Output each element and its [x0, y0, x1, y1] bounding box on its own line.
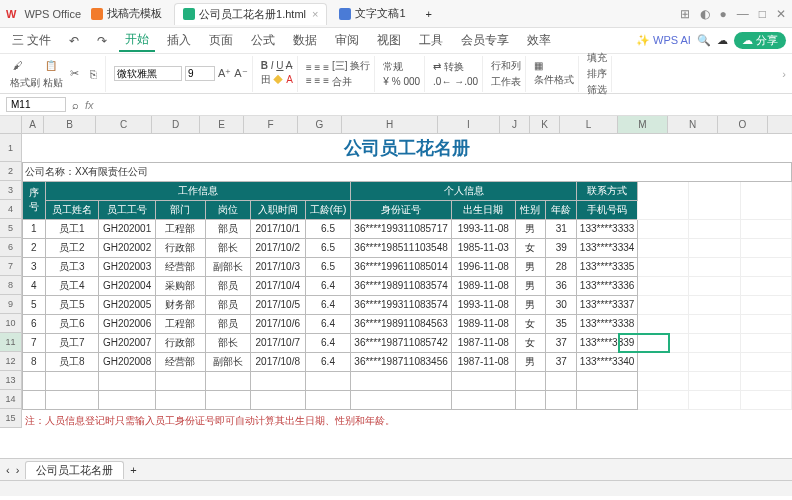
cell[interactable]: [98, 371, 155, 390]
cell[interactable]: GH202001: [98, 219, 155, 238]
cell[interactable]: GH202008: [98, 352, 155, 371]
cell[interactable]: 37: [546, 333, 577, 352]
sort-button[interactable]: 排序: [587, 67, 607, 81]
cell[interactable]: [250, 371, 305, 390]
cell[interactable]: [638, 371, 689, 390]
cell[interactable]: 2017/10/7: [250, 333, 305, 352]
cell[interactable]: 1989-11-08: [452, 276, 516, 295]
search-mini-icon[interactable]: ⌕: [72, 99, 79, 111]
cell[interactable]: 133****3333: [577, 219, 638, 238]
strike-icon[interactable]: A: [286, 60, 293, 71]
cell[interactable]: 经营部: [156, 257, 205, 276]
italic-icon[interactable]: I: [271, 60, 274, 71]
menu-member[interactable]: 会员专享: [455, 30, 515, 51]
cell[interactable]: 工程部: [156, 219, 205, 238]
cell[interactable]: 36****198911083574: [351, 276, 452, 295]
cell[interactable]: 行政部: [156, 238, 205, 257]
underline-icon[interactable]: U: [276, 60, 283, 71]
cell[interactable]: 男: [515, 352, 546, 371]
cell[interactable]: 员工2: [45, 238, 98, 257]
row-header-14[interactable]: 14: [0, 390, 22, 409]
cell[interactable]: 2017/10/2: [250, 238, 305, 257]
merge-cells[interactable]: 合并: [332, 75, 352, 89]
cell[interactable]: [638, 390, 689, 409]
cell[interactable]: 133****3334: [577, 238, 638, 257]
increase-decimal-icon[interactable]: →.00: [454, 76, 478, 87]
cell[interactable]: [452, 390, 516, 409]
row-header-9[interactable]: 9: [0, 295, 22, 314]
col-header-D[interactable]: D: [152, 116, 200, 133]
cell[interactable]: [45, 390, 98, 409]
cell[interactable]: [577, 371, 638, 390]
maximize-icon[interactable]: □: [759, 7, 766, 21]
cell[interactable]: 2017/10/3: [250, 257, 305, 276]
cell[interactable]: 1: [23, 219, 46, 238]
align-right-icon[interactable]: ≡: [323, 75, 329, 86]
cell[interactable]: [156, 390, 205, 409]
cell[interactable]: [689, 390, 740, 409]
file-menu[interactable]: 三 文件: [6, 30, 57, 51]
ribbon-expand-icon[interactable]: ›: [782, 68, 786, 80]
menu-page[interactable]: 页面: [203, 30, 239, 51]
cell[interactable]: 员工7: [45, 333, 98, 352]
cell[interactable]: [546, 371, 577, 390]
cell[interactable]: 6.5: [305, 257, 350, 276]
cell[interactable]: 副部长: [205, 257, 250, 276]
cell[interactable]: [740, 390, 791, 409]
cell[interactable]: 1996-11-08: [452, 257, 516, 276]
copy-icon[interactable]: ⎘: [85, 66, 101, 82]
cut-icon[interactable]: ✂: [66, 66, 82, 82]
col-header-O[interactable]: O: [718, 116, 768, 133]
cell[interactable]: 133****3340: [577, 352, 638, 371]
menu-review[interactable]: 审阅: [329, 30, 365, 51]
col-header-L[interactable]: L: [560, 116, 618, 133]
font-color-icon[interactable]: A: [286, 74, 293, 85]
row-header-7[interactable]: 7: [0, 257, 22, 276]
cell[interactable]: 36****199311083574: [351, 295, 452, 314]
cell[interactable]: 员工5: [45, 295, 98, 314]
col-header-H[interactable]: H: [342, 116, 438, 133]
name-box[interactable]: [6, 97, 66, 112]
align-center-icon[interactable]: ≡: [315, 75, 321, 86]
row-header-4[interactable]: 4: [0, 200, 22, 219]
cell[interactable]: [305, 371, 350, 390]
decrease-decimal-icon[interactable]: .0←: [433, 76, 451, 87]
cell[interactable]: 经营部: [156, 352, 205, 371]
cell[interactable]: 员工8: [45, 352, 98, 371]
cell[interactable]: 31: [546, 219, 577, 238]
cell[interactable]: 6.5: [305, 238, 350, 257]
cell[interactable]: [351, 390, 452, 409]
settings-icon[interactable]: ⊞: [680, 7, 690, 21]
cell[interactable]: 133****3339: [577, 333, 638, 352]
fill-color-icon[interactable]: ◆: [273, 74, 283, 85]
menu-tools[interactable]: 工具: [413, 30, 449, 51]
cell[interactable]: [689, 371, 740, 390]
cell[interactable]: 133****3338: [577, 314, 638, 333]
col-header-C[interactable]: C: [96, 116, 152, 133]
select-all-corner[interactable]: [0, 116, 22, 133]
cell[interactable]: 1993-11-08: [452, 219, 516, 238]
new-tab-button[interactable]: +: [418, 3, 440, 25]
row-header-6[interactable]: 6: [0, 238, 22, 257]
cell[interactable]: 部员: [205, 314, 250, 333]
formula-bar[interactable]: [100, 97, 786, 112]
menu-insert[interactable]: 插入: [161, 30, 197, 51]
cell[interactable]: 3: [23, 257, 46, 276]
cell[interactable]: 6: [23, 314, 46, 333]
sheet-nav-prev-icon[interactable]: ›: [16, 464, 20, 476]
col-header-F[interactable]: F: [244, 116, 298, 133]
cell[interactable]: 36****198911084563: [351, 314, 452, 333]
col-header-M[interactable]: M: [618, 116, 668, 133]
cell[interactable]: 6.4: [305, 276, 350, 295]
add-sheet-button[interactable]: +: [130, 464, 136, 476]
col-header-N[interactable]: N: [668, 116, 718, 133]
cell[interactable]: 1987-11-08: [452, 333, 516, 352]
cell[interactable]: 副部长: [205, 352, 250, 371]
cell[interactable]: 36****199611085014: [351, 257, 452, 276]
row-header-5[interactable]: 5: [0, 219, 22, 238]
bold-icon[interactable]: B: [261, 60, 268, 71]
cell[interactable]: 男: [515, 276, 546, 295]
cell[interactable]: 35: [546, 314, 577, 333]
cell[interactable]: 28: [546, 257, 577, 276]
cell[interactable]: 员工1: [45, 219, 98, 238]
